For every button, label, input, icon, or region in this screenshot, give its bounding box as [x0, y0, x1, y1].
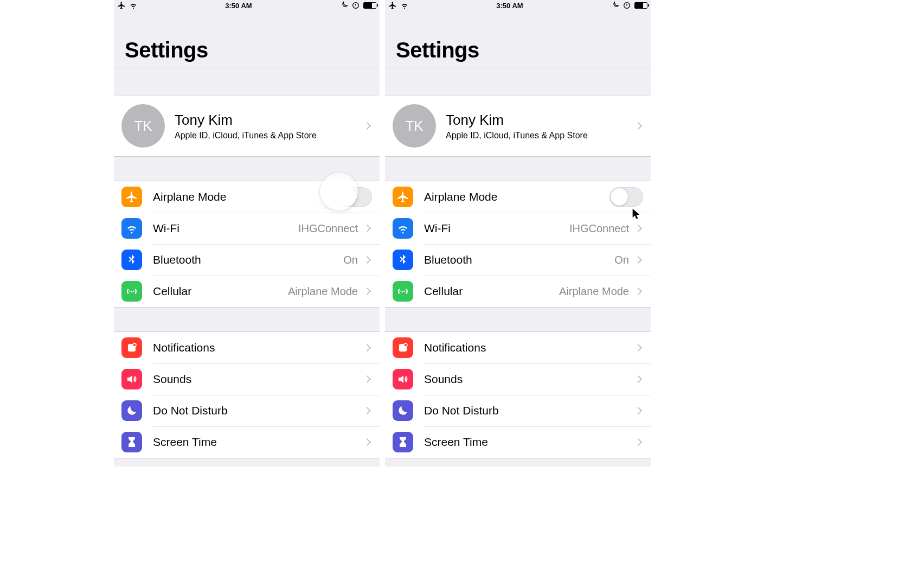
row-label: Notifications	[424, 341, 486, 354]
row-label: Wi-Fi	[153, 222, 179, 235]
wifi-status-icon	[129, 1, 138, 10]
row-bluetooth[interactable]: Bluetooth On	[385, 244, 651, 276]
bluetooth-icon	[121, 250, 142, 270]
chevron-right-icon	[634, 122, 642, 130]
chevron-right-icon	[363, 122, 371, 130]
row-label: Screen Time	[424, 436, 488, 449]
chevron-right-icon	[634, 225, 642, 232]
status-time: 3:50 AM	[409, 2, 611, 10]
row-value: Airplane Mode	[559, 285, 629, 298]
moon-status-icon	[611, 1, 619, 10]
svg-point-5	[404, 343, 407, 347]
hourglass-icon	[393, 432, 413, 452]
page-title-area: Settings	[114, 11, 380, 68]
section-spacer	[114, 458, 380, 467]
profile-row[interactable]: TK Tony Kim Apple ID, iCloud, iTunes & A…	[385, 95, 651, 156]
profile-name: Tony Kim	[446, 112, 626, 129]
section-spacer	[385, 458, 651, 467]
airplane-status-icon	[388, 1, 397, 10]
assistive-touch-button[interactable]	[320, 173, 358, 210]
row-value: On	[614, 254, 629, 266]
row-sounds[interactable]: Sounds	[114, 363, 380, 395]
row-label: Sounds	[424, 373, 463, 386]
row-wifi[interactable]: Wi-Fi IHGConnect	[385, 213, 651, 244]
notifications-icon	[393, 337, 413, 358]
row-label: Bluetooth	[424, 253, 472, 266]
chevron-right-icon	[363, 256, 371, 264]
chevron-right-icon	[634, 375, 642, 383]
battery-icon	[634, 2, 647, 9]
wifi-icon	[393, 218, 413, 239]
airplane-status-icon	[117, 1, 126, 10]
airplane-toggle[interactable]	[609, 187, 643, 207]
wifi-icon	[121, 218, 142, 239]
profile-row[interactable]: TK Tony Kim Apple ID, iCloud, iTunes & A…	[114, 95, 380, 156]
row-label: Notifications	[153, 341, 215, 354]
profile-subtitle: Apple ID, iCloud, iTunes & App Store	[175, 131, 355, 140]
avatar: TK	[121, 104, 165, 148]
moon-icon	[393, 400, 413, 421]
row-value: On	[343, 254, 358, 266]
row-wifi[interactable]: Wi-Fi IHGConnect	[114, 213, 380, 244]
moon-status-icon	[339, 1, 348, 10]
profile-name: Tony Kim	[175, 112, 355, 129]
row-bluetooth[interactable]: Bluetooth On	[114, 244, 380, 276]
cellular-icon	[393, 281, 413, 302]
row-label: Screen Time	[153, 436, 217, 449]
row-label: Cellular	[424, 285, 463, 298]
sounds-icon	[393, 369, 413, 389]
row-do-not-disturb[interactable]: Do Not Disturb	[385, 395, 651, 426]
row-do-not-disturb[interactable]: Do Not Disturb	[114, 395, 380, 426]
cellular-icon	[121, 281, 142, 302]
status-bar: 3:50 AM	[385, 0, 651, 11]
chevron-right-icon	[363, 438, 371, 446]
chevron-right-icon	[634, 407, 642, 414]
row-label: Cellular	[153, 285, 191, 298]
row-value: IHGConnect	[298, 222, 358, 235]
chevron-right-icon	[363, 288, 371, 295]
battery-icon	[363, 2, 376, 9]
moon-icon	[121, 400, 142, 421]
profile-subtitle: Apple ID, iCloud, iTunes & App Store	[446, 131, 626, 140]
chevron-right-icon	[363, 375, 371, 383]
row-notifications[interactable]: Notifications	[385, 332, 651, 363]
chevron-right-icon	[363, 344, 371, 352]
wifi-status-icon	[400, 1, 409, 10]
svg-point-2	[133, 343, 136, 347]
row-notifications[interactable]: Notifications	[114, 332, 380, 363]
row-label: Airplane Mode	[153, 190, 226, 203]
row-value: IHGConnect	[569, 222, 629, 235]
chevron-right-icon	[634, 288, 642, 295]
phone-left: 3:50 AM Settings TK Tony Kim Apple I	[114, 0, 380, 467]
page-title-area: Settings	[385, 11, 651, 68]
lock-rotation-icon	[351, 1, 360, 10]
row-value: Airplane Mode	[288, 285, 358, 298]
chevron-right-icon	[634, 344, 642, 352]
section-spacer	[385, 68, 651, 95]
chevron-right-icon	[634, 438, 642, 446]
avatar: TK	[393, 104, 436, 148]
row-cellular[interactable]: Cellular Airplane Mode	[114, 276, 380, 307]
lock-rotation-icon	[623, 1, 631, 10]
status-bar: 3:50 AM	[114, 0, 380, 11]
row-cellular[interactable]: Cellular Airplane Mode	[385, 276, 651, 307]
chevron-right-icon	[363, 407, 371, 414]
row-label: Sounds	[153, 373, 191, 386]
airplane-icon	[393, 187, 413, 207]
row-screen-time[interactable]: Screen Time	[385, 426, 651, 458]
section-spacer	[385, 157, 651, 181]
row-screen-time[interactable]: Screen Time	[114, 426, 380, 458]
row-label: Airplane Mode	[424, 190, 497, 203]
sounds-icon	[121, 369, 142, 389]
row-label: Do Not Disturb	[153, 404, 228, 417]
row-airplane-mode[interactable]: Airplane Mode	[385, 181, 651, 213]
row-label: Bluetooth	[153, 253, 201, 266]
section-spacer	[114, 308, 380, 331]
chevron-right-icon	[363, 225, 371, 232]
page-title: Settings	[396, 38, 640, 62]
row-label: Wi-Fi	[424, 222, 451, 235]
notifications-icon	[121, 337, 142, 358]
row-sounds[interactable]: Sounds	[385, 363, 651, 395]
page-title: Settings	[125, 38, 369, 62]
airplane-icon	[121, 187, 142, 207]
